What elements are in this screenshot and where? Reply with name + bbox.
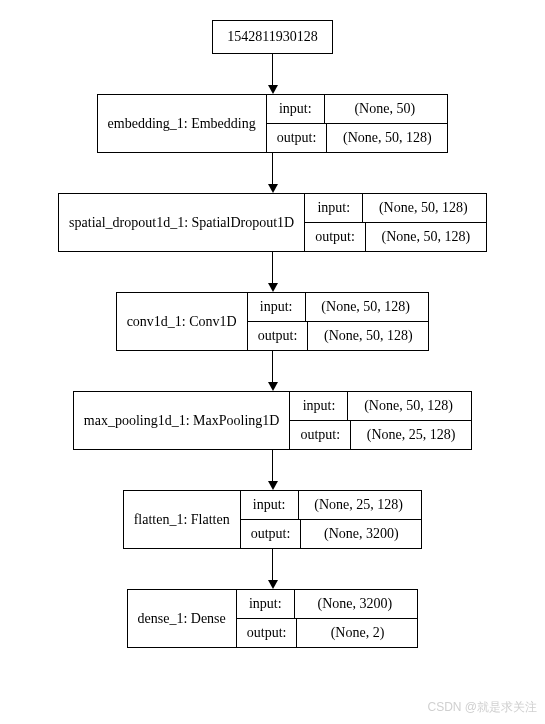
io-key-output: output: bbox=[267, 124, 328, 152]
io-val-output: (None, 50, 128) bbox=[327, 124, 447, 152]
layer-maxpooling: max_pooling1d_1: MaxPooling1D input:(Non… bbox=[73, 391, 472, 450]
io-key-input: input: bbox=[241, 491, 299, 519]
io-key-output: output: bbox=[237, 619, 298, 647]
io-key-input: input: bbox=[267, 95, 325, 123]
io-val-output: (None, 3200) bbox=[301, 520, 421, 548]
io-key-output: output: bbox=[305, 223, 366, 251]
layer-conv1d: conv1d_1: Conv1D input:(None, 50, 128) o… bbox=[116, 292, 430, 351]
root-node: 1542811930128 bbox=[212, 20, 332, 54]
io-key-input: input: bbox=[248, 293, 306, 321]
io-key-input: input: bbox=[290, 392, 348, 420]
layer-name: conv1d_1: Conv1D bbox=[117, 293, 248, 350]
layer-name: max_pooling1d_1: MaxPooling1D bbox=[74, 392, 291, 449]
layer-name: spatial_dropout1d_1: SpatialDropout1D bbox=[59, 194, 305, 251]
io-val-input: (None, 50) bbox=[325, 95, 445, 123]
io-val-output: (None, 50, 128) bbox=[366, 223, 486, 251]
arrow bbox=[268, 549, 278, 589]
io-key-output: output: bbox=[248, 322, 309, 350]
io-val-input: (None, 50, 128) bbox=[363, 194, 483, 222]
io-val-output: (None, 50, 128) bbox=[308, 322, 428, 350]
io-val-input: (None, 50, 128) bbox=[306, 293, 426, 321]
io-val-input: (None, 25, 128) bbox=[299, 491, 419, 519]
layer-spatial-dropout: spatial_dropout1d_1: SpatialDropout1D in… bbox=[58, 193, 487, 252]
io-val-input: (None, 50, 128) bbox=[348, 392, 468, 420]
arrow bbox=[268, 54, 278, 94]
io-key-input: input: bbox=[237, 590, 295, 618]
arrow bbox=[268, 252, 278, 292]
io-val-output: (None, 2) bbox=[297, 619, 417, 647]
arrow bbox=[268, 153, 278, 193]
layer-name: dense_1: Dense bbox=[128, 590, 237, 647]
io-val-output: (None, 25, 128) bbox=[351, 421, 471, 449]
io-key-output: output: bbox=[241, 520, 302, 548]
layer-dense: dense_1: Dense input:(None, 3200) output… bbox=[127, 589, 419, 648]
layer-flatten: flatten_1: Flatten input:(None, 25, 128)… bbox=[123, 490, 423, 549]
io-val-input: (None, 3200) bbox=[295, 590, 415, 618]
io-key-input: input: bbox=[305, 194, 363, 222]
layer-embedding: embedding_1: Embedding input:(None, 50) … bbox=[97, 94, 449, 153]
arrow bbox=[268, 351, 278, 391]
layer-name: flatten_1: Flatten bbox=[124, 491, 241, 548]
root-label: 1542811930128 bbox=[227, 29, 317, 44]
arrow bbox=[268, 450, 278, 490]
io-key-output: output: bbox=[290, 421, 351, 449]
layer-name: embedding_1: Embedding bbox=[98, 95, 267, 152]
